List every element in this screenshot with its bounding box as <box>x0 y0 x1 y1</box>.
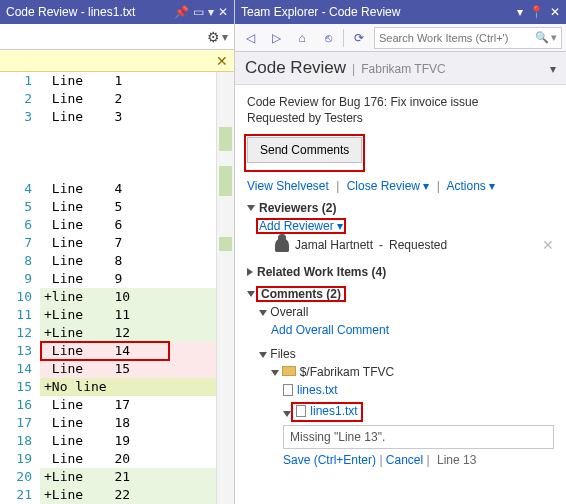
reviewers-header[interactable]: Reviewers (2) <box>247 201 554 215</box>
code-line[interactable]: +Line 11 <box>40 306 216 324</box>
code-line[interactable]: +Line 21 <box>40 468 216 486</box>
overall-section[interactable]: Overall <box>259 305 554 319</box>
search-box[interactable]: 🔍 ▾ <box>374 27 562 49</box>
home-icon[interactable]: ⌂ <box>291 27 313 49</box>
code-line[interactable] <box>40 162 216 180</box>
related-work-items-header[interactable]: Related Work Items (4) <box>247 265 554 279</box>
reviewer-row: Jamal Hartnett - Requested ✕ <box>259 233 554 257</box>
person-icon <box>275 238 289 252</box>
review-actions-row: View Shelveset | Close Review ▾ | Action… <box>247 179 554 193</box>
code-line[interactable] <box>40 144 216 162</box>
remove-reviewer-icon[interactable]: ✕ <box>542 237 554 253</box>
team-toolbar: ◁ ▷ ⌂ ⎋ ⟳ 🔍 ▾ <box>235 24 566 52</box>
view-shelveset-link[interactable]: View Shelveset <box>247 179 329 193</box>
code-line[interactable]: Line 7 <box>40 234 216 252</box>
close-icon[interactable]: ✕ <box>550 5 560 19</box>
team-explorer-pane: Team Explorer - Code Review ▾ 📍 ✕ ◁ ▷ ⌂ … <box>235 0 566 504</box>
code-line[interactable]: Line 20 <box>40 450 216 468</box>
editor-tab-title: Code Review - lines1.txt <box>6 5 135 19</box>
code-line[interactable]: Line 1 <box>40 72 216 90</box>
infobar-close-icon[interactable]: ✕ <box>216 53 228 69</box>
code-line[interactable]: Line 6 <box>40 216 216 234</box>
files-section[interactable]: Files <box>259 347 554 361</box>
forward-icon[interactable]: ▷ <box>265 27 287 49</box>
file-link-lines[interactable]: lines.txt <box>283 383 338 397</box>
chevron-right-icon <box>247 268 253 276</box>
requested-by: Requested by Testers <box>247 111 554 125</box>
file-icon <box>296 405 306 417</box>
code-line[interactable]: Line 3 <box>40 108 216 126</box>
chevron-down-icon <box>283 411 291 417</box>
team-page-header: Code Review | Fabrikam TFVC ▾ <box>235 52 566 85</box>
search-dropdown-icon[interactable]: ▾ <box>551 31 557 44</box>
add-overall-comment-link[interactable]: Add Overall Comment <box>271 323 389 337</box>
search-icon[interactable]: 🔍 <box>535 31 549 44</box>
code-area[interactable]: Line 1 Line 2 Line 3 Line 4 Line 5 Line … <box>40 72 216 504</box>
file-icon <box>283 384 293 396</box>
file-link-lines1[interactable]: lines1.txt <box>296 404 357 418</box>
code-line[interactable] <box>40 126 216 144</box>
comment-actions: Save (Ctrl+Enter) | Cancel | Line 13 <box>283 453 554 467</box>
close-review-link[interactable]: Close Review ▾ <box>347 179 430 193</box>
code-line[interactable]: +No line <box>40 378 216 396</box>
folder-icon <box>282 366 296 376</box>
editor-tab-bar: Code Review - lines1.txt 📌 ▭ ▾ ✕ <box>0 0 234 24</box>
chevron-down-icon <box>247 205 255 211</box>
chevron-down-icon <box>247 291 255 297</box>
tab-dropdown-icon[interactable]: ▾ <box>208 5 214 19</box>
code-line[interactable]: Line 9 <box>40 270 216 288</box>
code-line[interactable]: Line 2 <box>40 90 216 108</box>
back-icon[interactable]: ◁ <box>239 27 261 49</box>
code-line[interactable]: Line 18 <box>40 414 216 432</box>
diff-overview-ruler[interactable] <box>216 72 234 504</box>
code-line[interactable]: Line 14 <box>40 342 216 360</box>
add-reviewer-link[interactable]: Add Reviewer ▾ <box>259 219 343 233</box>
editor-pane: Code Review - lines1.txt 📌 ▭ ▾ ✕ ⚙ ▾ ✕ 1… <box>0 0 235 504</box>
code-line[interactable]: Line 19 <box>40 432 216 450</box>
comments-header[interactable]: Comments (2) <box>247 287 554 301</box>
editor-tab[interactable]: Code Review - lines1.txt <box>6 5 170 19</box>
chevron-down-icon <box>259 352 267 358</box>
save-comment-link[interactable]: Save (Ctrl+Enter) <box>283 453 376 467</box>
code-line[interactable]: +Line 22 <box>40 486 216 504</box>
editor-body[interactable]: 12345678910111213141516171819202122 Line… <box>0 72 234 504</box>
connect-icon[interactable]: ⎋ <box>317 27 339 49</box>
chevron-down-icon <box>271 370 279 376</box>
toolbar-dropdown-icon[interactable]: ▾ <box>222 30 228 44</box>
team-titlebar: Team Explorer - Code Review ▾ 📍 ✕ <box>235 0 566 24</box>
line-number-gutter: 12345678910111213141516171819202122 <box>0 72 40 504</box>
cancel-comment-link[interactable]: Cancel <box>386 453 423 467</box>
gear-icon[interactable]: ⚙ <box>207 29 220 45</box>
pin-icon[interactable]: 📌 <box>174 5 189 19</box>
pin-icon[interactable]: 📍 <box>529 5 544 19</box>
review-description: Code Review for Bug 176: Fix invoice iss… <box>247 95 554 109</box>
window-dropdown-icon[interactable]: ▾ <box>517 5 523 19</box>
code-line[interactable]: +Line 12 <box>40 324 216 342</box>
close-icon[interactable]: ✕ <box>218 5 228 19</box>
refresh-icon[interactable]: ⟳ <box>348 27 370 49</box>
team-content: Code Review for Bug 176: Fix invoice iss… <box>235 85 566 504</box>
tab-menu-icon[interactable]: ▭ <box>193 5 204 19</box>
folder-row[interactable]: $/Fabrikam TFVC <box>271 365 554 379</box>
reviewer-status: Requested <box>389 238 447 252</box>
search-input[interactable] <box>379 32 535 44</box>
comment-input[interactable]: Missing "Line 13". <box>283 425 554 449</box>
code-line[interactable]: +line 10 <box>40 288 216 306</box>
project-name: Fabrikam TFVC <box>361 62 445 76</box>
send-comments-button[interactable]: Send Comments <box>247 137 362 163</box>
code-line[interactable]: Line 17 <box>40 396 216 414</box>
code-line[interactable]: Line 15 <box>40 360 216 378</box>
reviewer-name: Jamal Hartnett <box>295 238 373 252</box>
comment-context: Line 13 <box>437 453 476 467</box>
code-line[interactable]: Line 5 <box>40 198 216 216</box>
team-title: Team Explorer - Code Review <box>241 5 511 19</box>
actions-link[interactable]: Actions ▾ <box>446 179 495 193</box>
page-menu-icon[interactable]: ▾ <box>550 62 556 76</box>
code-line[interactable]: Line 4 <box>40 180 216 198</box>
editor-toolbar: ⚙ ▾ <box>0 24 234 50</box>
chevron-down-icon <box>259 310 267 316</box>
editor-infobar: ✕ <box>0 50 234 72</box>
code-line[interactable]: Line 8 <box>40 252 216 270</box>
page-heading: Code Review <box>245 58 346 78</box>
